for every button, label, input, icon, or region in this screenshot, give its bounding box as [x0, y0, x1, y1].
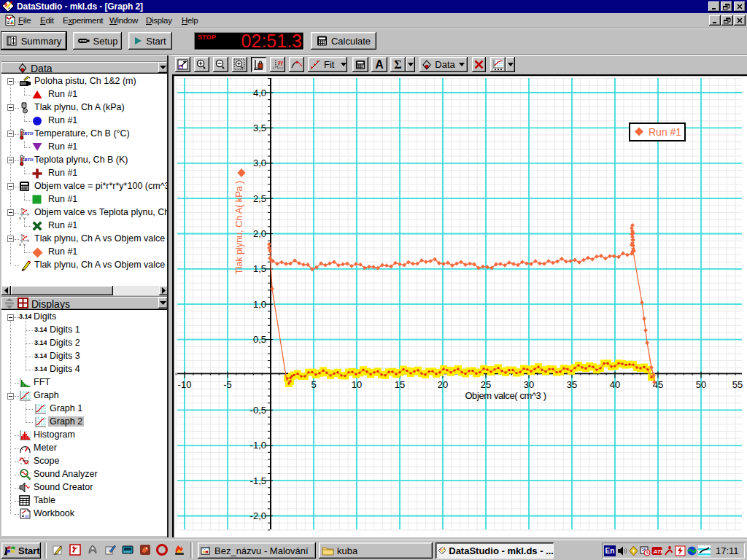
svg-text:10: 10 [352, 379, 362, 390]
svg-text:x: x [19, 242, 21, 246]
svg-text:-0,5: -0,5 [250, 405, 266, 416]
svg-text:3,0: 3,0 [253, 158, 266, 168]
svg-text:-10: -10 [178, 379, 192, 390]
svg-text:3.14: 3.14 [34, 365, 47, 373]
svg-text:25: 25 [481, 379, 491, 390]
svg-text:-1,0: -1,0 [250, 440, 266, 451]
svg-text:30: 30 [524, 379, 534, 390]
svg-text:50: 50 [696, 379, 706, 390]
svg-text:1,5: 1,5 [253, 263, 266, 274]
svg-text:Run #1: Run #1 [649, 126, 681, 138]
svg-text:xy: xy [278, 59, 284, 65]
svg-text:2,0: 2,0 [253, 228, 266, 239]
svg-text:3,5: 3,5 [253, 122, 266, 133]
svg-text:3.14: 3.14 [34, 339, 47, 346]
svg-text:Objem valce( cm^3 ): Objem valce( cm^3 ) [465, 390, 546, 401]
svg-text:RTD: RTD [23, 131, 34, 136]
svg-text:x: x [19, 216, 21, 219]
svg-text:35: 35 [567, 379, 577, 390]
svg-text:ATI: ATI [653, 548, 663, 554]
svg-text:3.14: 3.14 [34, 326, 47, 333]
svg-text:-1,5: -1,5 [250, 475, 266, 486]
svg-text:Tlak plynu, Ch A( kPa ): Tlak plynu, Ch A( kPa ) [233, 181, 244, 274]
svg-text:0,5: 0,5 [253, 334, 266, 345]
svg-text:55: 55 [732, 379, 743, 390]
svg-text:4,0: 4,0 [253, 88, 266, 98]
svg-text:3.14: 3.14 [34, 352, 47, 359]
svg-text:-5: -5 [223, 379, 232, 390]
svg-text:-2,0: -2,0 [250, 510, 266, 521]
svg-text:2,5: 2,5 [253, 193, 266, 204]
svg-text:15: 15 [395, 379, 405, 390]
svg-text:20: 20 [438, 379, 448, 390]
svg-text:1,0: 1,0 [253, 299, 266, 310]
svg-text:RTD: RTD [23, 157, 34, 162]
svg-text:40: 40 [610, 379, 620, 390]
svg-text:5: 5 [311, 379, 316, 390]
